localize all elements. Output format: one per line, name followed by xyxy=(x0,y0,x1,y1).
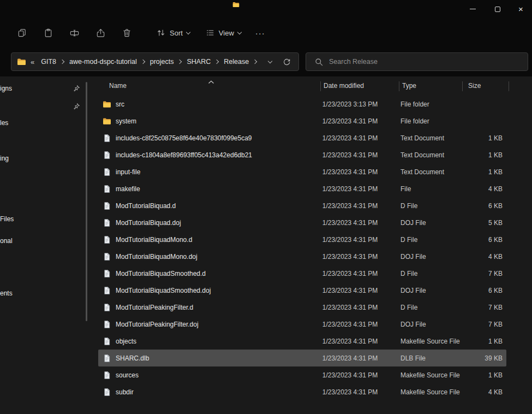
sidebar-item[interactable]: Files xyxy=(0,212,86,226)
file-row[interactable]: ModTutorialBiquadSmoothed.d 1/23/2023 4:… xyxy=(98,265,506,282)
file-row[interactable]: ModTutorialPeakingFilter.d 1/23/2023 4:3… xyxy=(98,299,506,316)
column-header-size[interactable]: Size xyxy=(468,82,481,90)
breadcrumb-chevron-icon[interactable] xyxy=(214,60,220,63)
file-row[interactable]: input-file 1/23/2023 4:31 PM Text Docume… xyxy=(98,163,506,180)
sidebar-item[interactable]: ents xyxy=(0,287,86,300)
file-name: ModTutorialBiquad.doj xyxy=(116,219,181,227)
pin-icon xyxy=(73,103,80,110)
file-row[interactable]: system 1/23/2023 4:31 PM File folder xyxy=(98,113,506,129)
file-row[interactable]: ModTutorialBiquadSmoothed.doj 1/23/2023 … xyxy=(98,282,506,299)
column-divider[interactable] xyxy=(399,81,399,91)
file-row[interactable]: subdir 1/23/2023 4:31 PM Makefile Source… xyxy=(98,383,506,400)
file-type: Makefile Source File xyxy=(397,338,460,345)
sidebar-item-label: ents xyxy=(0,289,13,297)
view-icon xyxy=(205,28,215,38)
file-name-cell: ModTutorialBiquadMono.d xyxy=(98,235,319,244)
titlebar: × xyxy=(0,0,532,19)
file-icon xyxy=(103,286,111,295)
minimize-button[interactable] xyxy=(461,0,485,18)
breadcrumb-item[interactable]: Release xyxy=(220,56,252,67)
breadcrumb-chevron-icon[interactable] xyxy=(140,60,147,63)
column-divider[interactable] xyxy=(320,81,321,91)
breadcrumb-chevron-icon[interactable] xyxy=(252,60,259,63)
file-name-cell: ModTutorialPeakingFilter.doj xyxy=(98,320,319,329)
sort-button-label: Sort xyxy=(170,29,183,37)
more-options-button[interactable]: ··· xyxy=(255,28,265,38)
pin-icon xyxy=(73,85,80,92)
column-header-date-modified[interactable]: Date modified xyxy=(324,82,364,90)
column-header-name[interactable]: Name xyxy=(109,82,127,90)
file-row[interactable]: ModTutorialBiquadMono.doj 1/23/2023 4:31… xyxy=(98,248,506,265)
file-row[interactable]: ModTutorialBiquadMono.d 1/23/2023 4:31 P… xyxy=(98,231,506,248)
share-button[interactable] xyxy=(92,24,109,42)
paste-button[interactable] xyxy=(39,24,57,42)
file-row[interactable]: ModTutorialBiquad.doj 1/23/2023 4:31 PM … xyxy=(98,214,506,231)
file-type: DOJ File xyxy=(397,321,460,328)
file-type: D File xyxy=(397,304,460,311)
address-bar[interactable]: « GIT8awe-mod-dspc-tutorialprojectsSHARC… xyxy=(11,52,299,71)
file-type: Text Document xyxy=(397,168,460,176)
rename-button[interactable] xyxy=(65,24,83,42)
file-type: D File xyxy=(397,236,460,244)
file-type: Text Document xyxy=(397,151,460,159)
file-row[interactable]: ModTutorialPeakingFilter.doj 1/23/2023 4… xyxy=(98,316,506,333)
breadcrumb-item[interactable]: projects xyxy=(147,56,177,67)
file-row[interactable]: ModTutorialBiquad.d 1/23/2023 4:31 PM D … xyxy=(98,197,506,214)
breadcrumb-chevron-icon[interactable] xyxy=(59,60,66,63)
sidebar-item[interactable]: ing xyxy=(0,152,86,165)
file-row[interactable]: objects 1/23/2023 4:31 PM Makefile Sourc… xyxy=(98,333,506,350)
file-icon xyxy=(103,134,111,143)
breadcrumb-chevron-icon[interactable] xyxy=(177,60,183,63)
search-input[interactable] xyxy=(329,58,521,66)
column-divider[interactable] xyxy=(462,81,463,91)
sidebar-item[interactable] xyxy=(0,100,86,113)
file-row[interactable]: sources 1/23/2023 4:31 PM Makefile Sourc… xyxy=(98,366,506,383)
copy-icon xyxy=(17,28,27,38)
search-box[interactable] xyxy=(306,52,528,71)
refresh-button[interactable] xyxy=(283,58,291,66)
breadcrumb-item[interactable]: awe-mod-dspc-tutorial xyxy=(66,56,140,67)
sidebar-scrollbar[interactable] xyxy=(86,82,87,321)
delete-button[interactable] xyxy=(118,24,135,42)
file-name-cell: objects xyxy=(98,337,319,346)
file-size: 6 KB xyxy=(460,287,506,294)
command-bar: Sort View ··· xyxy=(0,20,532,46)
window-controls: × xyxy=(461,0,532,19)
sidebar-item[interactable]: les xyxy=(0,116,86,129)
address-dropdown-chevron-icon[interactable] xyxy=(268,58,272,63)
maximize-button[interactable] xyxy=(485,0,510,18)
sort-button[interactable]: Sort xyxy=(152,25,194,41)
file-row[interactable]: makefile 1/23/2023 4:31 PM File 4 KB xyxy=(98,180,506,197)
file-row-selected[interactable]: SHARC.dlb 1/23/2023 4:31 PM DLB File 39 … xyxy=(98,350,506,366)
folder-icon xyxy=(103,100,111,109)
column-header-type[interactable]: Type xyxy=(402,82,416,90)
column-header-row: Name Date modified Type Size xyxy=(92,81,532,93)
file-icon xyxy=(103,252,111,261)
copy-button[interactable] xyxy=(13,24,31,42)
view-button[interactable]: View xyxy=(201,25,246,41)
file-rows: src 1/23/2023 3:13 PM File folder system… xyxy=(92,96,532,400)
close-button[interactable]: × xyxy=(510,0,532,18)
sort-arrows-icon xyxy=(156,28,166,38)
paste-icon xyxy=(43,28,53,38)
column-divider[interactable] xyxy=(509,81,509,91)
file-type: Text Document xyxy=(397,134,460,142)
sidebar-item-label: igns xyxy=(0,85,12,92)
file-icon xyxy=(103,218,111,227)
file-row[interactable]: includes-c1804a8ef89693ff05c413a42ed6db2… xyxy=(98,146,506,163)
file-date-modified: 1/23/2023 4:31 PM xyxy=(319,253,397,261)
sidebar-item[interactable]: igns xyxy=(0,82,86,95)
search-icon xyxy=(315,58,323,66)
file-row[interactable]: src 1/23/2023 3:13 PM File folder xyxy=(98,96,506,113)
sidebar-item[interactable]: onal xyxy=(0,234,86,247)
file-date-modified: 1/23/2023 4:31 PM xyxy=(319,354,397,362)
file-row[interactable]: includes-c8f25c0875e8f64e40e7830f099e5ca… xyxy=(98,129,506,146)
file-name-cell: system xyxy=(98,117,319,126)
breadcrumb-overflow-icon[interactable]: « xyxy=(31,58,34,66)
chevron-down-icon xyxy=(186,29,190,34)
view-button-label: View xyxy=(219,29,234,37)
breadcrumb-item[interactable]: SHARC xyxy=(183,56,214,67)
file-date-modified: 1/23/2023 4:31 PM xyxy=(319,270,397,277)
file-name-cell: makefile xyxy=(98,185,319,193)
breadcrumb-item[interactable]: GIT8 xyxy=(38,56,59,67)
